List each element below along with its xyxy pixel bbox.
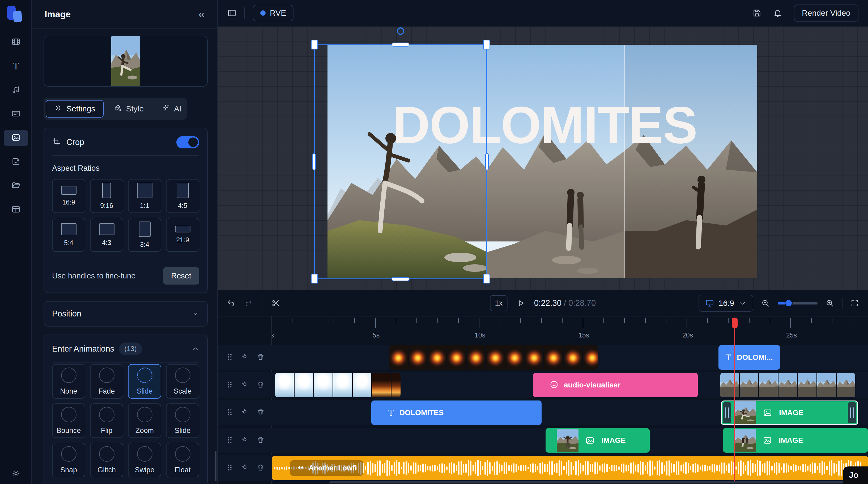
project-chip[interactable]: RVE: [253, 5, 293, 21]
sidebar-item-audio[interactable]: [4, 82, 28, 98]
animation-option-glitch-9[interactable]: Glitch: [90, 443, 123, 477]
drag-handle-icon[interactable]: [226, 436, 234, 445]
animation-option-float-11[interactable]: Float: [166, 443, 199, 477]
magnet-icon[interactable]: [241, 408, 249, 417]
sidebar-item-captions[interactable]: [4, 106, 28, 122]
trash-icon[interactable]: [256, 463, 265, 473]
image-clip-selected[interactable]: IMAGE: [721, 400, 858, 425]
trash-icon[interactable]: [256, 380, 265, 390]
sidebar-item-video[interactable]: [4, 34, 28, 51]
animation-option-bounce-4[interactable]: Bounce: [52, 403, 85, 438]
aspect-ratio-21-9[interactable]: 21:9: [166, 218, 199, 252]
animation-option-flip-5[interactable]: Flip: [90, 403, 123, 438]
animation-option-slide-2[interactable]: Slide: [128, 364, 161, 399]
sidebar-item-layout[interactable]: [4, 202, 28, 218]
crop-handle-left[interactable]: [312, 153, 316, 170]
zoom-in-icon[interactable]: [826, 299, 834, 307]
animation-option-swipe-10[interactable]: Swipe: [128, 443, 161, 477]
save-icon[interactable]: [752, 8, 762, 18]
aspect-ratio-1-1[interactable]: 1:1: [128, 179, 161, 213]
video-clip-clouds[interactable]: [275, 373, 401, 397]
position-section[interactable]: Position: [43, 301, 208, 326]
playback-speed-button[interactable]: 1x: [490, 295, 507, 311]
video-clip-galaxy[interactable]: [389, 345, 598, 370]
timeline-scrollbar[interactable]: [329, 481, 867, 483]
crop-toggle[interactable]: [176, 136, 199, 148]
crop-handle-bottom-right[interactable]: [483, 274, 490, 283]
drag-handle-icon[interactable]: [226, 353, 234, 362]
trash-icon[interactable]: [256, 436, 265, 445]
fullscreen-icon[interactable]: [850, 299, 859, 307]
text-clip-dolomites-short[interactable]: TDOLOMI...: [718, 345, 780, 370]
sidebar-item-folder[interactable]: [4, 178, 28, 194]
image-clip-1[interactable]: IMAGE: [546, 428, 650, 453]
magnet-icon[interactable]: [241, 380, 249, 390]
panel-scrollbar[interactable]: [215, 451, 216, 481]
clip-audio-visualiser[interactable]: audio-visualiser: [533, 373, 698, 397]
settings-rail-button[interactable]: [0, 469, 32, 478]
crop-handle-top[interactable]: [392, 42, 409, 47]
drag-handle-icon[interactable]: [226, 408, 234, 417]
aspect-ratio-5-4[interactable]: 5:4: [52, 218, 85, 252]
tab-style[interactable]: Style: [106, 100, 152, 117]
aspect-ratio-3-4[interactable]: 3:4: [128, 218, 161, 252]
sidebar-item-image[interactable]: [4, 130, 28, 146]
trim-handle-left[interactable]: [723, 402, 731, 423]
crop-handle-top-right[interactable]: [483, 40, 490, 50]
crop-handle-top-left[interactable]: [311, 40, 318, 50]
undo-icon[interactable]: [227, 299, 235, 307]
aspect-ratio-4-5[interactable]: 4:5: [166, 179, 199, 213]
rotate-handle[interactable]: [397, 27, 404, 35]
text-clip-dolomites[interactable]: TDOLOMITES: [371, 400, 541, 425]
crop-handle-bottom[interactable]: [392, 277, 409, 281]
playhead-handle[interactable]: [732, 318, 738, 328]
zoom-out-icon[interactable]: [761, 299, 770, 307]
animation-label: Snap: [60, 466, 77, 474]
drag-handle-icon[interactable]: [226, 463, 234, 473]
aspect-ratio-16-9[interactable]: 16:9: [52, 179, 85, 213]
redo-icon[interactable]: [244, 299, 253, 307]
timeline-zoom-slider[interactable]: [778, 302, 817, 305]
animation-option-slide-7[interactable]: Slide: [166, 403, 199, 438]
playhead[interactable]: [734, 317, 735, 482]
tab-ai[interactable]: AI: [154, 100, 189, 117]
magnet-icon[interactable]: [241, 463, 249, 473]
animation-option-snap-8[interactable]: Snap: [52, 443, 85, 477]
ruler-tick: [354, 318, 355, 323]
drag-handle-icon[interactable]: [226, 380, 234, 390]
canvas-aspect-dropdown[interactable]: 16:9: [699, 295, 753, 312]
bell-icon[interactable]: [773, 8, 782, 18]
timeline-ruler[interactable]: s5s10s15s20s25s: [218, 316, 868, 344]
render-video-button[interactable]: Render Video: [794, 4, 859, 22]
play-icon[interactable]: [517, 299, 525, 307]
collapse-panel-icon[interactable]: «: [199, 9, 205, 20]
reset-button[interactable]: Reset: [163, 267, 199, 285]
aspect-ratio-4-3[interactable]: 4:3: [90, 218, 123, 252]
audio-clip-another-lowfi[interactable]: Another Lowfi: [272, 456, 868, 480]
magnet-icon[interactable]: [241, 353, 249, 362]
crop-handle-bottom-left[interactable]: [311, 274, 318, 283]
tab-settings[interactable]: Settings: [46, 100, 103, 117]
magnet-icon[interactable]: [241, 436, 249, 445]
trash-icon[interactable]: [256, 353, 265, 362]
preview-canvas[interactable]: DOLOMITES: [218, 27, 868, 290]
ratio-shape-icon: [177, 183, 189, 198]
aspect-ratio-9-16[interactable]: 9:16: [90, 179, 123, 213]
app-logo-icon[interactable]: [7, 6, 25, 22]
enter-animations-header[interactable]: Enter Animations (13): [44, 335, 207, 363]
filmstrip-frame: [817, 373, 836, 397]
trash-icon[interactable]: [256, 408, 265, 417]
split-scissors-icon[interactable]: [272, 299, 280, 307]
sidebar-item-sticker[interactable]: [4, 154, 28, 170]
animation-option-none-0[interactable]: None: [52, 364, 85, 399]
animation-option-fade-1[interactable]: Fade: [90, 364, 123, 399]
image-clip-2[interactable]: IMAGE: [723, 428, 868, 453]
crop-handle-right[interactable]: [485, 153, 489, 170]
crop-selection-box[interactable]: [314, 45, 487, 279]
video-clip-mountains[interactable]: [720, 373, 855, 397]
animation-option-scale-3[interactable]: Scale: [166, 364, 199, 399]
trim-handle-right[interactable]: [848, 402, 856, 423]
panel-toggle-icon[interactable]: [227, 8, 237, 18]
sidebar-item-text[interactable]: T: [4, 58, 28, 75]
animation-option-zoom-6[interactable]: Zoom: [128, 403, 161, 438]
